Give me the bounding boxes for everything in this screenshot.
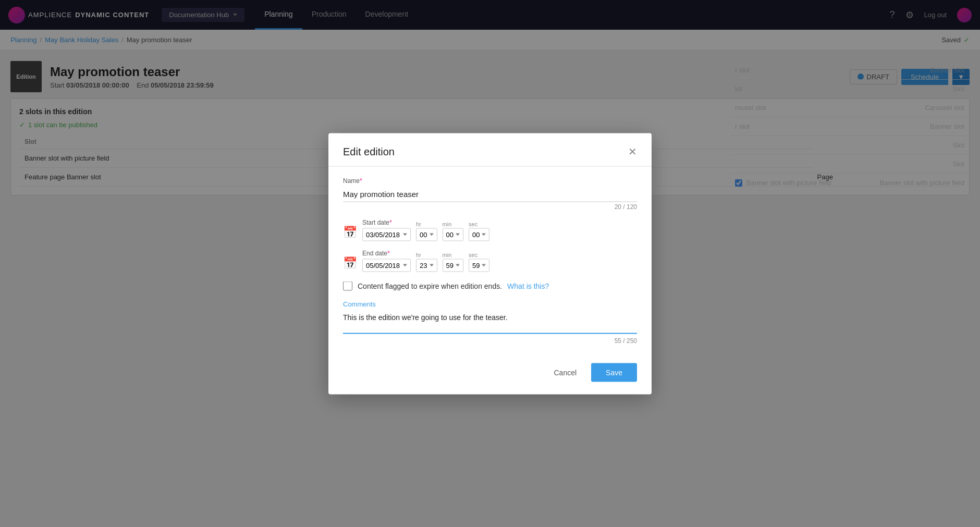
comments-section: Comments This is the edition we're going… (343, 300, 637, 344)
chevron-down-icon (430, 233, 434, 236)
modal-title: Edit edition (343, 145, 395, 157)
start-date-field: Start date* 03/05/2018 (362, 218, 411, 241)
expire-checkbox-row: Content flagged to expire when edition e… (343, 281, 637, 290)
chevron-down-icon (430, 264, 434, 266)
end-date-row: 📅 End date* 05/05/2018 hr 23 min (343, 249, 637, 272)
close-button[interactable]: ✕ (628, 146, 637, 157)
expire-label[interactable]: Content flagged to expire when edition e… (358, 281, 502, 290)
comments-count: 55 / 250 (343, 337, 637, 344)
chevron-down-icon (482, 264, 486, 266)
start-date-input[interactable]: 03/05/2018 (362, 228, 411, 241)
start-sec-select[interactable]: 00 (469, 228, 489, 241)
what-is-this-link[interactable]: What is this? (507, 281, 549, 290)
save-button[interactable]: Save (591, 363, 637, 382)
start-date-row: 📅 Start date* 03/05/2018 hr 00 min (343, 218, 637, 241)
cancel-button[interactable]: Cancel (545, 363, 585, 382)
chevron-down-icon (456, 264, 460, 266)
end-min-group: min 59 (443, 251, 463, 272)
comments-label: Comments (343, 300, 637, 308)
name-input[interactable] (343, 186, 637, 202)
end-date-field: End date* 05/05/2018 (362, 249, 411, 272)
chevron-down-icon (403, 233, 407, 236)
sec-label: sec (469, 220, 489, 227)
hr-label: hr (416, 251, 437, 258)
start-hr-select[interactable]: 00 (416, 228, 437, 241)
name-label: Name* (343, 177, 637, 184)
end-date-input[interactable]: 05/05/2018 (362, 259, 411, 272)
end-min-select[interactable]: 59 (443, 259, 463, 272)
char-count: 20 / 120 (343, 203, 637, 210)
start-sec-group: sec 00 (469, 220, 489, 241)
end-hr-group: hr 23 (416, 251, 437, 272)
end-sec-select[interactable]: 59 (469, 259, 489, 272)
chevron-down-icon (482, 233, 486, 236)
expire-checkbox[interactable] (343, 281, 352, 290)
sec-label: sec (469, 251, 489, 258)
end-date-label: End date* (362, 249, 411, 256)
start-min-select[interactable]: 00 (443, 228, 463, 241)
start-hr-group: hr 00 (416, 220, 437, 241)
hr-label: hr (416, 220, 437, 227)
start-date-label: Start date* (362, 218, 411, 226)
min-label: min (443, 220, 463, 227)
calendar-icon: 📅 (343, 225, 357, 239)
end-sec-group: sec 59 (469, 251, 489, 272)
chevron-down-icon (403, 264, 407, 266)
min-label: min (443, 251, 463, 258)
required-marker: * (360, 177, 362, 184)
modal-footer: Cancel Save (328, 354, 652, 394)
end-hr-select[interactable]: 23 (416, 259, 437, 272)
comments-textarea[interactable]: This is the edition we're going to use f… (343, 310, 637, 334)
modal-body: Name* 20 / 120 📅 Start date* 03/05/2018 … (328, 166, 652, 354)
calendar-icon: 📅 (343, 256, 357, 269)
edit-edition-modal: Edit edition ✕ Name* 20 / 120 📅 Start da… (328, 133, 652, 394)
start-min-group: min 00 (443, 220, 463, 241)
modal-header: Edit edition ✕ (328, 133, 652, 166)
name-field-group: Name* 20 / 120 (343, 177, 637, 210)
chevron-down-icon (456, 233, 460, 236)
